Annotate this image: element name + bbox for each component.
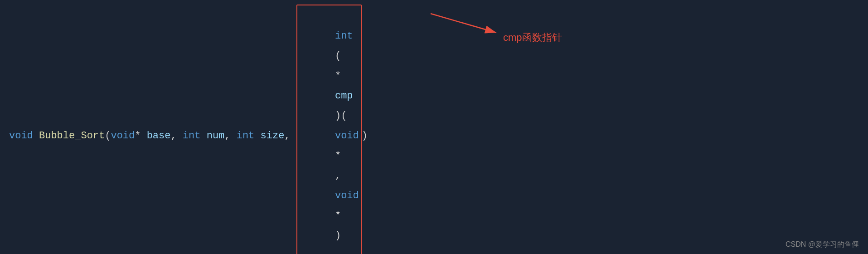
cmp-highlight-box: int ( * cmp )( void * , void * )	[296, 5, 362, 254]
cmp-annotation-label: cmp函数指针	[503, 31, 562, 44]
keyword-void: void	[9, 126, 33, 146]
watermark: CSDN @爱学习的鱼俚	[786, 240, 859, 249]
code-line-1: void Bubble_Sort ( void * base , int num…	[9, 5, 859, 254]
function-name: Bubble_Sort	[39, 126, 105, 146]
code-area: void Bubble_Sort ( void * base , int num…	[0, 0, 868, 254]
